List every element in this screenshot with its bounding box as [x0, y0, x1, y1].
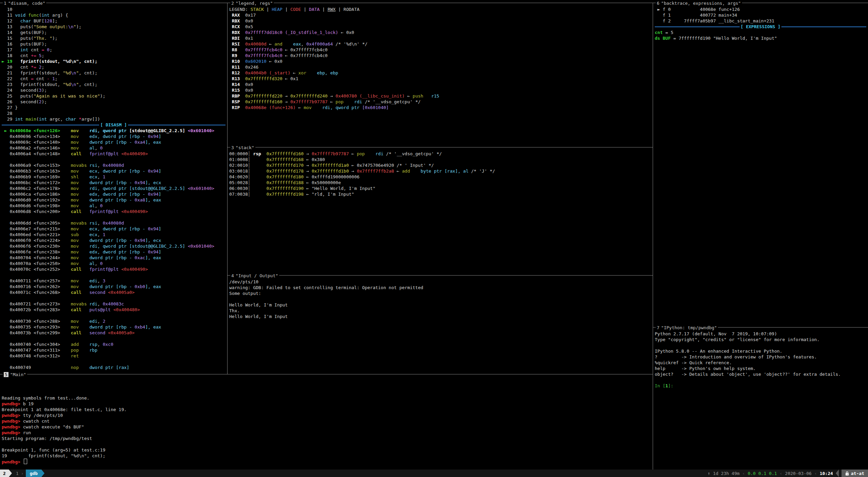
- terminal-line: 0x400747 <func+311> pop rbp: [2, 347, 227, 353]
- block-cursor: [24, 459, 27, 464]
- terminal-line: [655, 377, 868, 383]
- terminal-line: 21 fprintf(stdout, "%d\n", cnt);: [2, 70, 227, 76]
- terminal-line: /dev/pts/10: [229, 279, 653, 285]
- uptime-text: 1d 23h 49m: [713, 471, 740, 476]
- terminal-line: ds BUF = 7fffffffd190 "Hello World, I'm …: [655, 35, 868, 41]
- stack-listing: 00:0000│ rsp 0x7fffffffd160 → 0x7ffff7b9…: [229, 151, 653, 197]
- terminal-line: 0x4006e7 <func+215> mov ecx, dword ptr […: [2, 226, 227, 232]
- terminal-line: 0x40070c <func+252> call fprintf@plt <0x…: [2, 266, 227, 272]
- terminal-line: 18 cnt += 5;: [2, 53, 227, 58]
- terminal-line: 0x4006d8 <func+200> call fprintf@plt <0x…: [2, 209, 227, 214]
- terminal-line: 0x4006dd <func+205> movabs rsi, 0x40080d: [2, 220, 227, 226]
- terminal-line: 25 puts("Again as it was so nice");: [2, 93, 227, 99]
- terminal-line: 19 fprintf(stdout, "%d\n", cnt);: [2, 453, 653, 459]
- status-left: 2 1 › gdb: [0, 470, 44, 477]
- terminal-line: R14 0x0: [229, 82, 653, 87]
- terminal-line: Hello World, I'm Input: [229, 302, 653, 308]
- pane-title: 2"legend, regs": [230, 0, 274, 6]
- pane-ipython[interactable]: 7"IPython: tmp/pwndbg" Python 2.7.17 (de…: [653, 327, 868, 470]
- terminal-line: 0x40071c <func+268> call second <0x4005a…: [2, 289, 227, 295]
- terminal-line: Starting program: /tmp/pwndbg/test: [2, 436, 653, 441]
- uptime-icon: ↑: [708, 471, 710, 476]
- terminal-line: 15 puts("Thx. ");: [2, 35, 227, 41]
- terminal-line: [229, 296, 653, 302]
- terminal-line: 12 char BUF[128];: [2, 18, 227, 24]
- terminal-line: 0x400748 <func+312> ret: [2, 353, 227, 359]
- pane-disasm-code[interactable]: 1"disasm, code" 10 11 void func(int arg)…: [0, 3, 227, 374]
- status-right: ↑ 1d 23h 49m ‹ 0.0 0.1 0.1 ‹ 2020-03-06 …: [708, 470, 868, 477]
- terminal-line: 0x4006d6 <func+198> mov al, 0: [2, 203, 227, 209]
- terminal-line: 04:0020│ 0x7fffffffd180 ← 0xffffd1900000…: [229, 174, 653, 180]
- pane-backtrace-expressions[interactable]: 6"backtrace, expressions, args" ► f 0 40…: [653, 3, 868, 327]
- terminal-line: pwndbg> run: [2, 430, 653, 436]
- terminal-line: [2, 441, 653, 447]
- terminal-line: 17 int cnt = 0;: [2, 47, 227, 53]
- terminal-line: Breakpoint 1 at 0x40068e: file test.c, l…: [2, 407, 653, 412]
- terminal-line: 0x4006c2 <func+178> mov rdi, qword ptr […: [2, 186, 227, 191]
- terminal-line: RCX 0x5: [229, 24, 653, 30]
- terminal-line: 0x400735 <func+293> mov dword ptr [rbp -…: [2, 324, 227, 330]
- clock-text: 10:24: [820, 471, 833, 476]
- terminal-line: RDI 0x1: [229, 35, 653, 41]
- terminal-line: 27 }: [2, 105, 227, 110]
- terminal-line: ► 0x40068e <func+126> mov rdi, qword ptr…: [2, 128, 227, 134]
- gdb-console-output[interactable]: Reading symbols from test...done.pwndbg>…: [2, 378, 653, 464]
- terminal-line: RBX 0x0: [229, 18, 653, 24]
- window-chevron-icon: ›: [21, 471, 24, 476]
- terminal-line: 22 cnt = cnt - 1;: [2, 76, 227, 82]
- terminal-line: 0x4006a2 <func+146> mov al, 0: [2, 145, 227, 151]
- pane-main-console[interactable]: 5"Main" Reading symbols from test...done…: [0, 374, 653, 470]
- terminal-line: 06:0030│ 0x7fffffffd190 ← "Hello World, …: [229, 186, 653, 191]
- pane-title: 4"Input / Output": [230, 273, 279, 279]
- terminal-line: IPython 5.8.0 -- An enhanced Interactive…: [655, 348, 868, 354]
- terminal-line: [655, 342, 868, 348]
- pane-title: 5"Main": [3, 372, 27, 377]
- pane-stack[interactable]: 3"stack" 00:0000│ rsp 0x7fffffffd160 → 0…: [227, 147, 653, 275]
- terminal-line: 11 void func(int arg) {: [2, 12, 227, 18]
- terminal-line: RSP 0x7fffffffd160 → 0x7ffff7b97787 ← po…: [229, 99, 653, 105]
- ipython-console[interactable]: Python 2.7.17 (default, Nov 7 2019, 10:0…: [655, 331, 868, 389]
- terminal-line: [2, 378, 653, 384]
- program-io-output: /dev/pts/10warning: GDB: Failed to set c…: [229, 279, 653, 319]
- terminal-line: 0x4006b9 <func+169> shl ecx, 1: [2, 174, 227, 180]
- terminal-line: pwndbg> b 19: [2, 401, 653, 407]
- source-code-listing: 10 11 void func(int arg) { 12 char BUF[1…: [2, 6, 227, 122]
- terminal-line: 0x400740 <func+304> add rsp, 0xc0: [2, 341, 227, 347]
- hostname-text: at-at: [851, 471, 864, 476]
- terminal-line: In [1]:: [655, 383, 868, 389]
- pane-input-output[interactable]: 4"Input / Output" /dev/pts/10warning: GD…: [227, 275, 653, 374]
- hostname-badge: at-at: [842, 470, 868, 477]
- terminal-line: help -> Python's own help system.: [655, 366, 868, 371]
- terminal-line: ? -> Introduction and overview of IPytho…: [655, 354, 868, 360]
- terminal-line: 20 cnt *= 2;: [2, 64, 227, 70]
- terminal-line: LEGEND: STACK | HEAP | CODE | DATA | RWX…: [229, 6, 653, 12]
- terminal-line: 0x4006f6 <func+230> mov rdi, qword ptr […: [2, 243, 227, 249]
- terminal-line: 0x400749 nop dword ptr [rax]: [2, 365, 227, 370]
- terminal-line: [2, 384, 653, 389]
- terminal-line: 0x400730 <func+288> mov edi, 2: [2, 318, 227, 324]
- terminal-line: [2, 389, 653, 395]
- terminal-line: R13 0x7fffffffd320 ← 0x1: [229, 76, 653, 82]
- terminal-line: 26 second(2);: [2, 99, 227, 105]
- pane-legend-regs[interactable]: 2"legend, regs" LEGEND: STACK | HEAP | C…: [227, 3, 653, 147]
- session-badge[interactable]: 2: [0, 470, 9, 477]
- terminal-line: pwndbg> tty /dev/pts/10: [2, 412, 653, 418]
- terminal-line: pwndbg> cwatch execute "ds BUF": [2, 424, 653, 430]
- terminal-line: 24 second(3);: [2, 87, 227, 93]
- terminal-line: RIP 0x40068e (func+126) ← mov rdi, qword…: [229, 105, 653, 110]
- terminal-line: 16 puts(BUF);: [2, 41, 227, 47]
- terminal-line: pwndbg> cwatch cnt: [2, 418, 653, 424]
- terminal-line: [2, 313, 227, 318]
- terminal-line: R15 0x0: [229, 87, 653, 93]
- powerline-separator: [9, 470, 12, 477]
- terminal-line: Python 2.7.17 (default, Nov 7 2019, 10:0…: [655, 331, 868, 337]
- terminal-line: object? -> Details about 'object', use '…: [655, 371, 868, 377]
- terminal-line: 0x4006f0 <func+224> mov dword ptr [rbp -…: [2, 237, 227, 243]
- disassembly-listing: ► 0x40068e <func+126> mov rdi, qword ptr…: [2, 128, 227, 370]
- pane-title: 1"disasm, code": [3, 0, 46, 6]
- terminal-line: [2, 157, 227, 162]
- separator-icon: ‹: [814, 471, 817, 476]
- window-tab-gdb[interactable]: gdb: [26, 470, 41, 477]
- terminal-line: pwndbg>: [2, 459, 653, 464]
- terminal-line: 07:0038│ 0x7fffffffd198 ← "rld, I'm Inpu…: [229, 191, 653, 197]
